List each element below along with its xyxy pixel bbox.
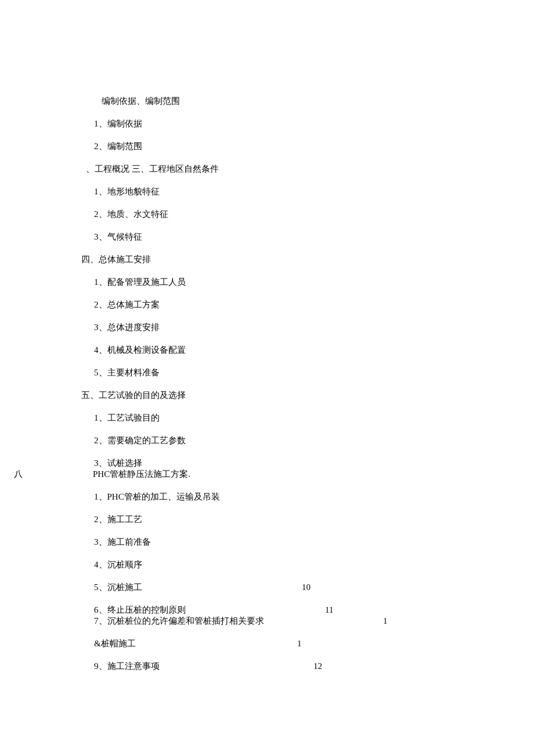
toc-text: 1、地形地貌特征 <box>94 187 160 196</box>
toc-line: PHC管桩静压法施工方案.八 <box>0 469 534 479</box>
toc-page-number: 12 <box>313 661 322 672</box>
toc-line: 2、施工工艺 <box>0 514 534 524</box>
margin-label: 八 <box>7 469 23 480</box>
toc-text: 3、试桩选择 <box>94 458 142 468</box>
toc-line: 6、终止压桩的控制原则11 <box>0 605 534 614</box>
toc-line: 5、主要材料准备 <box>0 367 534 377</box>
toc-text: 五、工艺试验的目的及选择 <box>81 390 186 400</box>
toc-text: 2、编制范围 <box>94 142 142 151</box>
toc-line: 4、机械及检测设备配置 <box>0 345 534 355</box>
toc-text: 1、PHC管桩的加工、运输及吊装 <box>94 492 220 501</box>
toc-text: 2、总体施工方案 <box>94 300 160 309</box>
toc-page-number: 11 <box>325 605 333 616</box>
toc-text: 编制依据、编制范围 <box>102 96 180 106</box>
toc-text: 2、需要确定的工艺参数 <box>94 436 186 445</box>
toc-line: 2、总体施工方案 <box>0 299 534 309</box>
toc-line: 2、需要确定的工艺参数 <box>0 435 534 445</box>
toc-line: 1、地形地貌特征 <box>0 186 534 196</box>
toc-text: 1、工艺试验目的 <box>94 413 160 422</box>
toc-text: &桩帽施工 <box>94 639 136 648</box>
toc-text: 、工程概况 三、工程地区自然条件 <box>86 164 219 173</box>
toc-text: PHC管桩静压法施工方案. <box>93 469 190 479</box>
toc-line: 9、施工注意事项12 <box>0 661 534 671</box>
toc-text: 4、沉桩顺序 <box>94 560 142 569</box>
toc-text: 2、地质、水文特征 <box>94 209 168 219</box>
toc-line: 1、PHC管桩的加工、运输及吊装 <box>0 491 534 501</box>
toc-text: 9、施工注意事项 <box>94 661 160 671</box>
toc-line: 1、配备管理及施工人员 <box>0 277 534 287</box>
toc-page-number: 1 <box>383 616 388 627</box>
toc-text: 5、主要材料准备 <box>94 368 160 377</box>
toc-line: 、工程概况 三、工程地区自然条件 <box>0 164 534 173</box>
toc-page-number: 1 <box>297 638 302 650</box>
toc-line: 3、施工前准备 <box>0 537 534 547</box>
toc-page-number: 10 <box>302 582 311 594</box>
toc-text: 2、施工工艺 <box>94 515 142 524</box>
toc-text: 3、气候特征 <box>94 232 142 241</box>
toc-text: 1、编制依据 <box>94 119 142 128</box>
toc-text: 四、总体施工安排 <box>81 255 151 264</box>
toc-line: 7、沉桩桩位的允许偏差和管桩插打相关要求1 <box>0 616 534 625</box>
toc-text: 3、施工前准备 <box>94 537 151 547</box>
toc-text: 5、沉桩施工 <box>94 583 142 592</box>
toc-text: 6、终止压桩的控制原则 <box>94 605 186 614</box>
toc-text: 3、总体进度安排 <box>94 323 160 332</box>
toc-line: 五、工艺试验的目的及选择 <box>0 390 534 400</box>
toc-line: 3、总体进度安排 <box>0 322 534 332</box>
toc-line: 编制依据、编制范围 <box>0 96 534 106</box>
toc-text: 4、机械及检测设备配置 <box>94 345 186 355</box>
toc-text: 7、沉桩桩位的允许偏差和管桩插打相关要求 <box>94 616 264 625</box>
toc-line: 1、编制依据 <box>0 118 534 128</box>
toc-line: 3、试桩选择 <box>0 458 534 468</box>
toc-line: 四、总体施工安排 <box>0 254 534 264</box>
toc-text: 1、配备管理及施工人员 <box>94 277 186 287</box>
toc-line: 5、沉桩施工10 <box>0 582 534 592</box>
toc-line: 2、地质、水文特征 <box>0 209 534 219</box>
toc-line: &桩帽施工1 <box>0 638 534 648</box>
toc-line: 2、编制范围 <box>0 141 534 151</box>
toc-line: 4、沉桩顺序 <box>0 559 534 569</box>
toc-line: 1、工艺试验目的 <box>0 413 534 422</box>
toc-line: 3、气候特征 <box>0 231 534 241</box>
